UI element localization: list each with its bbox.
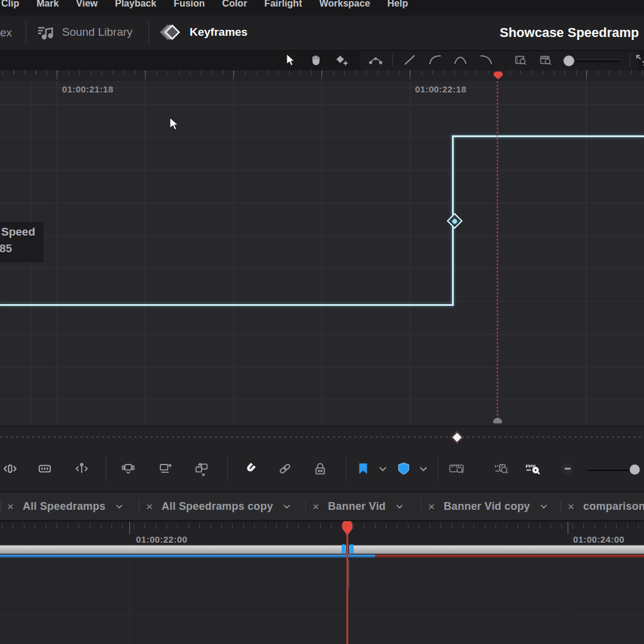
ease-in-button[interactable] — [428, 53, 442, 67]
menu-clip[interactable]: Clip — [1, 0, 19, 10]
trim-edit-mode-button[interactable] — [2, 460, 18, 477]
zoom-custom-button[interactable] — [525, 460, 541, 477]
menu-color[interactable]: Color — [222, 0, 247, 10]
clip-zoom-fit-button[interactable] — [514, 53, 528, 67]
keyframe-strip[interactable] — [0, 426, 644, 446]
replace-clip-button[interactable] — [193, 460, 210, 477]
keyframes-button[interactable]: Keyframes — [159, 21, 247, 43]
menu-workspace[interactable]: Workspace — [319, 0, 370, 10]
curve-graph-area[interactable]: 01:00:21:18 01:00:22:18 Speed 85 — [0, 81, 644, 426]
timeline-ruler[interactable]: 01:00:22:00 01:00:24:00 — [0, 520, 644, 546]
spline-icon — [369, 53, 383, 67]
expand-icon — [634, 53, 644, 67]
ruler-major-tick — [233, 70, 234, 79]
menu-mark[interactable]: Mark — [36, 0, 58, 10]
zoom-full-extent-button[interactable] — [448, 460, 465, 477]
zoom-full-icon — [450, 465, 463, 473]
tab-all-speedramps[interactable]: × All Speedramps — [7, 493, 124, 520]
overwrite-clip-button[interactable] — [157, 460, 174, 477]
minimized-track-clip-blue[interactable] — [0, 555, 375, 558]
playhead-foot[interactable] — [493, 418, 502, 423]
timeline-scroll-track[interactable] — [0, 545, 644, 554]
speed-keyframe-point[interactable] — [447, 213, 463, 229]
separator — [227, 456, 228, 482]
tab-banner-vid-copy[interactable]: × Banner Vid copy — [428, 493, 549, 520]
keyframes-label: Keyframes — [190, 26, 247, 39]
flag-marker-dropdown[interactable] — [374, 460, 391, 477]
magnet-icon — [246, 463, 256, 473]
timeline-title: Showcase Speedramp — [500, 25, 639, 41]
header-toolbar: ex Sound Library Keyframes Showcase Spee… — [0, 16, 644, 51]
bell-curve-icon — [453, 53, 467, 67]
flag-marker-button[interactable] — [355, 460, 371, 477]
hand-tool-button[interactable] — [309, 53, 323, 67]
selection-mode-button[interactable] — [73, 460, 90, 477]
tab-comparison[interactable]: × comparison — [568, 493, 644, 520]
selected-clip-notch[interactable] — [342, 544, 345, 553]
speed-curve-low-segment[interactable] — [0, 304, 453, 306]
sound-library-button[interactable]: Sound Library — [36, 23, 132, 42]
chain-icon — [280, 464, 290, 474]
hand-icon — [309, 54, 323, 67]
ruler-major-tick — [321, 70, 322, 79]
position-lock-button[interactable] — [312, 460, 329, 477]
clip-color-button[interactable] — [395, 460, 412, 477]
close-icon[interactable]: × — [568, 501, 574, 512]
chevron-down-icon — [420, 467, 427, 470]
expand-panel-button[interactable] — [634, 53, 644, 67]
insert-clip-button[interactable] — [120, 460, 137, 477]
tab-label: All Speedramps copy — [162, 500, 273, 513]
menu-playback[interactable]: Playback — [115, 0, 156, 10]
menu-fusion[interactable]: Fusion — [174, 0, 205, 10]
speed-curve-high-segment[interactable] — [452, 135, 644, 137]
linear-interp-button[interactable] — [402, 53, 417, 67]
menu-help[interactable]: Help — [388, 0, 408, 10]
tab-all-speedramps-copy[interactable]: × All Speedramps copy — [146, 493, 292, 520]
chevron-down-icon[interactable] — [395, 501, 404, 511]
zoom-detail-button[interactable] — [494, 460, 510, 477]
zoom-out-button[interactable] — [559, 460, 576, 477]
spline-tool-button[interactable] — [369, 53, 383, 67]
curve-ruler[interactable] — [0, 70, 644, 81]
clip-color-dropdown[interactable] — [415, 460, 432, 477]
sound-library-label: Sound Library — [62, 26, 132, 39]
chevron-down-icon[interactable] — [539, 501, 549, 511]
menu-fairlight[interactable]: Fairlight — [264, 0, 302, 10]
blade-edit-mode-button[interactable] — [36, 460, 53, 477]
curve-zoom-slider-track[interactable] — [576, 60, 620, 62]
sound-library-icon — [36, 23, 55, 42]
pointer-tool-button[interactable] — [283, 53, 298, 67]
timeline-body[interactable] — [0, 544, 644, 644]
tab-banner-vid[interactable]: × Banner Vid — [312, 493, 404, 520]
lock-icon — [316, 463, 324, 473]
chevron-down-icon[interactable] — [282, 501, 292, 511]
timeline-zoom-slider-knob[interactable] — [630, 465, 640, 475]
keyframe-strip-marker[interactable] — [451, 431, 463, 444]
linked-selection-button[interactable] — [277, 460, 293, 477]
timeline-zoom-slider-track[interactable] — [587, 469, 633, 471]
tab-label: Banner Vid — [328, 500, 386, 513]
close-icon[interactable]: × — [7, 501, 14, 512]
snapping-button[interactable] — [242, 460, 258, 477]
keyframes-icon — [159, 21, 182, 43]
tab-label: comparison — [583, 500, 644, 513]
zoom-detail-icon — [496, 465, 508, 473]
separator — [630, 53, 630, 67]
ease-out-button[interactable] — [479, 53, 493, 67]
frame-zoom-fit-button[interactable] — [539, 53, 553, 67]
ease-out-curve-icon — [479, 53, 493, 67]
curve-zoom-slider-knob[interactable] — [564, 55, 574, 66]
bell-curve-button[interactable] — [453, 53, 467, 67]
close-icon[interactable]: × — [428, 501, 435, 512]
menu-view[interactable]: View — [76, 0, 98, 10]
close-icon[interactable]: × — [312, 501, 319, 512]
selected-clip-notch[interactable] — [350, 544, 354, 553]
separator — [106, 456, 106, 482]
add-keyframe-button[interactable] — [335, 53, 349, 67]
frame-zoom-icon — [539, 53, 553, 67]
close-icon[interactable]: × — [146, 501, 153, 512]
tab-separator — [1, 499, 1, 513]
minimized-track-clip-red[interactable] — [375, 555, 644, 558]
chevron-down-icon[interactable] — [114, 501, 124, 511]
index-button-partial[interactable]: ex — [0, 26, 12, 39]
